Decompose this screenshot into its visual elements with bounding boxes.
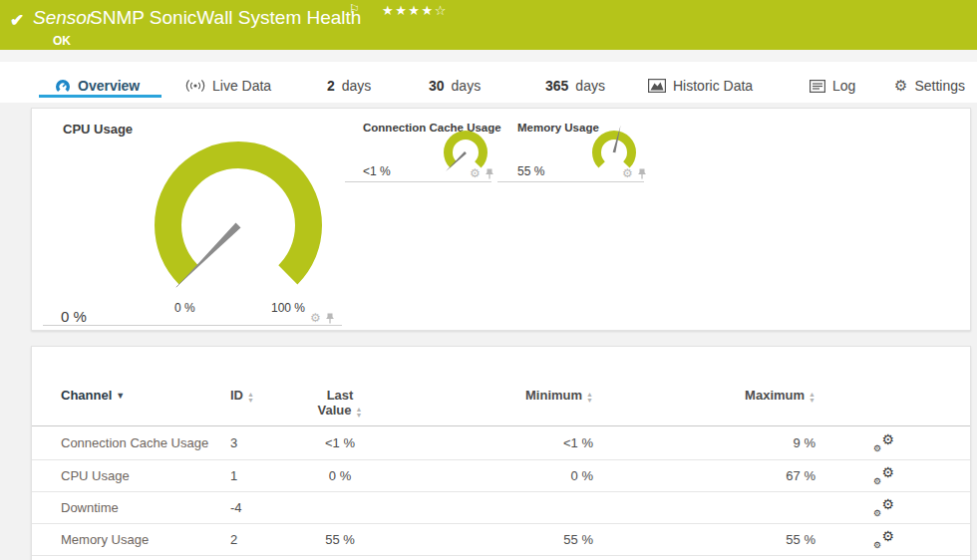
header-divider	[0, 50, 977, 62]
column-header-last-value[interactable]: Last Value▲▼	[305, 388, 375, 418]
memory-panel-actions: ⚙	[622, 167, 647, 179]
status-ok-check-icon: ✔	[10, 10, 24, 31]
tab-live-data-label: Live Data	[212, 78, 271, 94]
tab-30-days-number: 30	[429, 78, 445, 94]
tab-log[interactable]: Log	[810, 76, 855, 96]
channel-name[interactable]: CPU Usage	[61, 468, 230, 483]
channel-last-value: <1 %	[305, 435, 375, 450]
cpu-current-value: 0 %	[61, 308, 87, 325]
sensor-header: ✔ Sensor SNMP SonicWall System Health ⚐ …	[0, 0, 977, 50]
channel-last-value: 0 %	[305, 468, 375, 483]
prtg-sensor-page: { "colors": { "brand_green": "#b5c41a", …	[0, 0, 977, 560]
channel-minimum: 55 %	[375, 532, 593, 547]
log-list-icon	[810, 80, 825, 93]
tab-live-data[interactable]: Live Data	[185, 76, 271, 96]
channel-id: 3	[230, 435, 305, 450]
sort-desc-icon: ▼	[116, 391, 125, 401]
stars-filled[interactable]: ★★★★	[382, 3, 435, 18]
gauge-title-cpu: CPU Usage	[63, 122, 133, 137]
tab-365-days-number: 365	[545, 78, 568, 94]
priority-stars[interactable]: ★★★★☆	[382, 3, 448, 18]
channel-name[interactable]: Memory Usage	[61, 532, 230, 547]
pin-icon[interactable]	[325, 313, 335, 324]
tab-2-days-number: 2	[327, 78, 335, 94]
channel-id: 1	[230, 468, 305, 483]
channel-name[interactable]: Connection Cache Usage	[61, 435, 230, 450]
channel-name[interactable]: Downtime	[61, 500, 230, 515]
column-header-minimum[interactable]: Minimum▲▼	[375, 388, 593, 403]
object-kind-label: Sensor	[33, 7, 93, 29]
channel-settings-icon[interactable]: ⚙⚙	[872, 499, 894, 517]
star-empty[interactable]: ☆	[435, 3, 448, 18]
channel-maximum: 67 %	[593, 468, 815, 483]
gauge-icon	[55, 78, 71, 94]
tab-overview-label: Overview	[78, 78, 140, 94]
channel-id: 2	[230, 532, 305, 547]
tab-overview[interactable]: Overview	[55, 76, 140, 96]
flag-icon[interactable]: ⚐	[349, 2, 360, 16]
channel-last-value: 55 %	[305, 532, 375, 547]
table-row-downtime: Downtime -4 ⚙⚙	[32, 492, 970, 524]
sort-icon: ▲▼	[586, 392, 593, 403]
table-row-connection-cache: Connection Cache Usage 3 <1 % <1 % 9 % ⚙…	[32, 426, 970, 460]
sort-icon: ▲▼	[356, 407, 363, 418]
tab-365-days-label: days	[575, 78, 605, 94]
channel-maximum: 9 %	[593, 435, 815, 450]
memory-current-value: 55 %	[517, 164, 544, 178]
connection-cache-panel-actions: ⚙	[470, 167, 494, 179]
cpu-gauge-max-tick: 100 %	[271, 301, 305, 315]
broadcast-icon	[185, 79, 205, 93]
tab-historic-data-label: Historic Data	[673, 78, 753, 94]
sort-icon: ▲▼	[809, 392, 815, 403]
cpu-gauge-min-tick: 0 %	[174, 301, 195, 315]
table-row-cpu: CPU Usage 1 0 % 0 % 67 % ⚙⚙	[32, 460, 970, 492]
channel-settings-icon[interactable]: ⚙⚙	[872, 434, 894, 452]
channel-minimum: <1 %	[375, 435, 593, 450]
column-header-id[interactable]: ID▲▼	[230, 388, 305, 403]
pin-icon[interactable]	[637, 168, 647, 179]
connection-cache-panel-underline	[345, 181, 491, 182]
cpu-panel-underline	[43, 325, 342, 326]
channel-id: -4	[230, 500, 305, 515]
channel-minimum: 0 %	[375, 468, 593, 483]
column-header-channel[interactable]: Channel▼	[61, 388, 230, 404]
area-chart-icon	[648, 79, 666, 93]
cpu-panel-actions: ⚙	[310, 312, 335, 324]
connection-cache-current-value: <1 %	[363, 164, 391, 178]
tab-2-days-label: days	[342, 78, 372, 94]
gear-icon: ⚙	[894, 77, 907, 95]
pin-icon[interactable]	[485, 168, 494, 179]
gauges-card: CPU Usage x̄ 0 % 100 % 0 % ⚙ Connection …	[31, 108, 971, 331]
channels-card: Channel▼ ID▲▼ Last Value▲▼ Minimum▲▼ Max…	[31, 346, 971, 560]
tab-historic-data[interactable]: Historic Data	[648, 76, 753, 96]
sort-icon: ▲▼	[247, 392, 254, 403]
tab-30-days[interactable]: 30 days	[429, 76, 481, 96]
tab-365-days[interactable]: 365 days	[545, 76, 605, 96]
tab-30-days-label: days	[452, 78, 482, 94]
tab-settings[interactable]: ⚙ Settings	[894, 76, 965, 96]
tab-2-days[interactable]: 2 days	[327, 76, 371, 96]
active-tab-underline	[39, 95, 162, 98]
gear-icon[interactable]: ⚙	[470, 167, 481, 179]
channel-table-header: Channel▼ ID▲▼ Last Value▲▼ Minimum▲▼ Max…	[32, 347, 970, 426]
channel-maximum: 55 %	[593, 532, 815, 547]
sensor-status-badge: OK	[53, 34, 71, 48]
channel-settings-icon[interactable]: ⚙⚙	[872, 467, 894, 485]
tab-log-label: Log	[832, 78, 855, 94]
gear-icon[interactable]: ⚙	[622, 167, 633, 179]
sensor-title: SNMP SonicWall System Health	[90, 7, 361, 29]
column-header-maximum[interactable]: Maximum▲▼	[593, 388, 815, 403]
cpu-gauge	[144, 134, 333, 301]
memory-panel-underline	[497, 181, 644, 182]
channel-settings-icon[interactable]: ⚙⚙	[872, 531, 894, 549]
gear-icon[interactable]: ⚙	[310, 312, 321, 324]
tab-settings-label: Settings	[914, 78, 965, 94]
table-row-memory: Memory Usage 2 55 % 55 % 55 % ⚙⚙	[32, 524, 970, 556]
